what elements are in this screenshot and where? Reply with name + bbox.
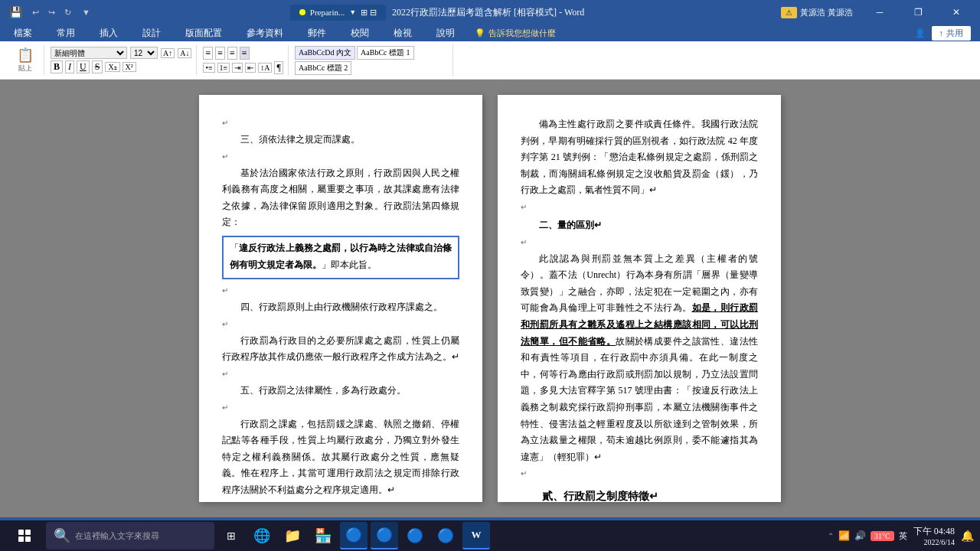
temperature-badge: 31°C bbox=[871, 531, 894, 541]
word-icon[interactable]: W bbox=[462, 522, 490, 549]
show-formatting-button[interactable]: ¶ bbox=[274, 61, 283, 74]
part-two-title: 貳、行政罰之制度特徵↵ bbox=[521, 487, 758, 502]
save-icon[interactable]: 💾 bbox=[6, 3, 24, 21]
refresh-button[interactable]: ↻ bbox=[61, 6, 74, 19]
taskview-button[interactable]: ⊞ bbox=[217, 522, 245, 549]
tab-design[interactable]: 設計 bbox=[138, 25, 165, 41]
subscript-button[interactable]: X₂ bbox=[105, 62, 119, 72]
taskbar: 🔍 在這裡輸入文字來搜尋 ⊞ 🌐 📁 🏪 🔵 🔵 🔵 🔵 W ⌃ 📶 🔊 31°… bbox=[0, 520, 980, 551]
heading2-style[interactable]: AaBbCc 標題 2 bbox=[295, 61, 351, 75]
taskbar-right: ⌃ 📶 🔊 31°C 英 下午 04:48 2022/6/14 🔔 bbox=[828, 525, 974, 546]
file-explorer-icon[interactable]: 📁 bbox=[279, 522, 306, 549]
para-marker-4: ↵ bbox=[222, 318, 459, 331]
document-title: 2022行政罰法歷屆考題含解析 [相容模式] - Word bbox=[392, 6, 584, 19]
tab-help[interactable]: 說明 bbox=[432, 25, 459, 41]
app-1-icon[interactable]: 🔵 bbox=[340, 522, 368, 549]
titlebar: 💾 ↩ ↪ ↻ ▼ Preparin... ▼ ⊞ ⊟ 2022行政罰法歷屆考題… bbox=[0, 0, 980, 24]
warning-badge: ⚠ bbox=[781, 7, 797, 18]
tab-dot bbox=[299, 9, 305, 15]
start-button[interactable] bbox=[6, 522, 43, 549]
clock[interactable]: 下午 04:48 2022/6/14 bbox=[913, 525, 955, 546]
tab-review[interactable]: 校閱 bbox=[346, 25, 374, 41]
app-3-icon[interactable]: 🔵 bbox=[401, 522, 429, 549]
tab-arrow: ▼ bbox=[349, 8, 356, 16]
network-icon[interactable]: 📶 bbox=[838, 530, 850, 542]
notification-button[interactable]: 🔔 bbox=[961, 530, 974, 543]
user-avatar-icon: 👤 bbox=[915, 28, 926, 38]
tell-me-label: 告訴我您想做什麼 bbox=[488, 28, 556, 39]
paste-label: 貼上 bbox=[18, 64, 32, 73]
tab-icons: ⊞ ⊟ bbox=[361, 8, 377, 18]
quantity-distinction-title: 二、量的區別↵ bbox=[521, 217, 758, 234]
tell-me-input[interactable]: 💡 告訴我您想做什麼 bbox=[475, 28, 556, 39]
close-button[interactable]: ✕ bbox=[939, 0, 974, 24]
customize-button[interactable]: ▼ bbox=[79, 6, 93, 18]
tab-layout[interactable]: 版面配置 bbox=[181, 25, 227, 41]
superscript-button[interactable]: X² bbox=[122, 62, 136, 72]
store-icon[interactable]: 🏪 bbox=[309, 522, 337, 549]
restore-button[interactable]: ❐ bbox=[900, 0, 936, 24]
app-2-icon[interactable]: 🔵 bbox=[371, 522, 398, 549]
strikethrough-button[interactable]: S bbox=[92, 60, 103, 73]
search-placeholder: 在這裡輸入文字來搜尋 bbox=[75, 530, 159, 542]
toolbar-font-group: 新細明體 12 A↑ A↓ B I U S X₂ X² bbox=[46, 45, 197, 75]
system-tray: ⌃ 📶 🔊 31°C 英 bbox=[828, 530, 907, 542]
section-three-content: 基於法治國家依法行政之原則，行政罰因與人民之權利義務有高度之相關，屬重要之事項，… bbox=[222, 165, 459, 231]
italic-button[interactable]: I bbox=[65, 60, 74, 73]
title-tab[interactable]: Preparin... ▼ ⊞ ⊟ bbox=[290, 5, 386, 21]
font-size-selector[interactable]: 12 bbox=[130, 47, 158, 59]
user-name: 黃源浩 黃源浩 bbox=[800, 7, 853, 18]
current-date: 2022/6/14 bbox=[913, 538, 955, 546]
ribbon-right: 👤 ↑ 共用 bbox=[915, 26, 972, 41]
heading1-style[interactable]: AaBbCc 標題 1 bbox=[357, 46, 413, 60]
paste-button[interactable]: 📋 bbox=[17, 47, 34, 64]
tab-references[interactable]: 參考資料 bbox=[242, 25, 288, 41]
tab-mail[interactable]: 郵件 bbox=[303, 25, 331, 41]
share-button[interactable]: ↑ 共用 bbox=[932, 26, 972, 41]
chrome-icon[interactable]: 🔵 bbox=[432, 522, 459, 549]
section-three-title: 三、須依法律之規定而課處。 bbox=[222, 132, 459, 148]
shrink-font-button[interactable]: A↓ bbox=[178, 48, 191, 58]
tab-home[interactable]: 常用 bbox=[52, 25, 80, 41]
tab-view[interactable]: 檢視 bbox=[389, 25, 416, 41]
up-arrow-icon[interactable]: ⌃ bbox=[828, 532, 834, 540]
toolbar-clipboard-group: 📋 貼上 bbox=[6, 45, 44, 75]
titlebar-right: ⚠ 黃源浩 黃源浩 ─ ❐ ✕ bbox=[781, 0, 974, 24]
law-quote-text: 「違反行政法上義務之處罰，以行為時之法律或自治條例有明文規定者為限。」即本此旨。 bbox=[230, 240, 452, 273]
numbering-button[interactable]: 1≡ bbox=[217, 63, 230, 73]
toolbar-para-group: ≡ ≡ ≡ ≡ •≡ 1≡ ⇥ ⇤ ↕A ¶ bbox=[198, 45, 288, 76]
share-label: 共用 bbox=[946, 28, 963, 39]
para-marker-5: ↵ bbox=[222, 367, 459, 381]
justify-button[interactable]: ≡ bbox=[240, 47, 250, 60]
minimize-button[interactable]: ─ bbox=[862, 0, 897, 24]
edge-browser-icon[interactable]: 🌐 bbox=[248, 522, 276, 549]
align-right-button[interactable]: ≡ bbox=[227, 47, 237, 60]
bullets-button[interactable]: •≡ bbox=[203, 63, 214, 73]
right-page: 備為主性處行政罰之要件或責任條件。我國行政法院判例，早期有明確採行質的區別視者，… bbox=[498, 95, 781, 502]
grow-font-button[interactable]: A↑ bbox=[161, 48, 175, 58]
language-icon[interactable]: 英 bbox=[899, 530, 907, 542]
search-bar[interactable]: 🔍 在這裡輸入文字來搜尋 bbox=[46, 522, 214, 549]
normal-style[interactable]: AaBbCcDd 內文 bbox=[295, 46, 355, 60]
sort-button[interactable]: ↕A bbox=[258, 63, 272, 73]
tab-file[interactable]: 檔案 bbox=[9, 25, 37, 41]
right-content-1: 備為主性處行政罰之要件或責任條件。我國行政法院判例，早期有明確採行質的區別視者，… bbox=[521, 116, 758, 199]
toolbar: 📋 貼上 新細明體 12 A↑ A↓ B I U S X₂ X² ≡ bbox=[0, 41, 980, 80]
tab-insert[interactable]: 插入 bbox=[95, 25, 122, 41]
underline-button[interactable]: U bbox=[77, 60, 90, 73]
align-center-button[interactable]: ≡ bbox=[215, 47, 225, 60]
share-icon: ↑ bbox=[939, 28, 944, 37]
bold-button[interactable]: B bbox=[51, 60, 63, 73]
outdent-button[interactable]: ⇤ bbox=[245, 63, 256, 73]
indent-button[interactable]: ⇥ bbox=[232, 63, 243, 73]
section-four-content: 行政罰為行政目的之必要所課處之處罰，性質上仍屬行政程序故其作成仍應依一般行政程序… bbox=[222, 333, 459, 366]
para-marker-3: ↵ bbox=[222, 284, 459, 298]
toolbar-styles-group: AaBbCcDd 內文 AaBbCc 標題 1 AaBbCc 標題 2 bbox=[290, 44, 453, 77]
redo-button[interactable]: ↪ bbox=[45, 6, 58, 19]
undo-button[interactable]: ↩ bbox=[29, 6, 42, 19]
align-left-button[interactable]: ≡ bbox=[203, 47, 213, 60]
volume-icon[interactable]: 🔊 bbox=[854, 530, 866, 542]
current-time: 下午 04:48 bbox=[913, 525, 955, 538]
font-selector[interactable]: 新細明體 bbox=[51, 47, 127, 59]
para-marker-r1: ↵ bbox=[521, 201, 758, 214]
